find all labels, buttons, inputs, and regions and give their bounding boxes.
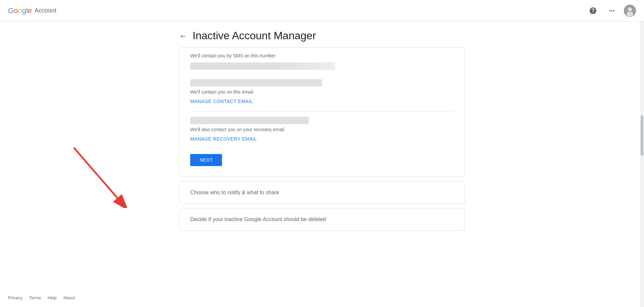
delete-section-header[interactable]: Decide if your inactive Google Account s… xyxy=(179,208,465,231)
footer-privacy-link[interactable]: Privacy xyxy=(8,295,22,300)
recovery-email-block: We'll also contact you on your recovery … xyxy=(190,117,454,142)
app-header: Google Account xyxy=(0,0,644,21)
back-button[interactable]: ← xyxy=(179,31,187,41)
header-left: Google Account xyxy=(8,6,56,15)
page-title: Inactive Account Manager xyxy=(193,30,316,42)
delete-section-label: Decide if your inactive Google Account s… xyxy=(190,216,326,222)
red-arrow-svg xyxy=(54,141,134,208)
phone-blurred xyxy=(190,62,335,70)
footer-about-link[interactable]: About xyxy=(63,295,75,300)
manage-recovery-email-link[interactable]: MANAGE RECOVERY EMAIL xyxy=(190,136,257,142)
footer-help-link[interactable]: Help xyxy=(48,295,57,300)
scrollbar-track[interactable] xyxy=(640,21,644,307)
logo-letter-g: g xyxy=(22,6,26,15)
recovery-email-label: We'll also contact you on your recovery … xyxy=(190,127,454,132)
footer: Privacy Terms Help About xyxy=(0,289,83,307)
page-title-bar: ← Inactive Account Manager xyxy=(179,21,465,47)
svg-line-4 xyxy=(74,148,117,198)
apps-button[interactable] xyxy=(605,4,619,17)
scrollbar-thumb[interactable] xyxy=(641,115,643,156)
main-content: ← Inactive Account Manager We'll contact… xyxy=(171,21,473,231)
contact-email-label: We'll contact you on this email xyxy=(190,89,454,95)
app-name: Account xyxy=(35,7,56,14)
next-button[interactable]: NEXT xyxy=(190,154,222,166)
contact-section-body: We'll contact you on this email MANAGE C… xyxy=(179,76,465,177)
manage-contact-email-link[interactable]: MANAGE CONTACT EMAIL xyxy=(190,99,253,104)
notify-section-header[interactable]: Choose who to notify & what to share xyxy=(179,182,465,204)
logo-letter-G: G xyxy=(8,6,14,15)
notify-section-card: Choose who to notify & what to share xyxy=(179,181,465,204)
notify-section-label: Choose who to notify & what to share xyxy=(190,190,279,196)
logo-letter-o2: o xyxy=(18,6,22,15)
svg-point-2 xyxy=(627,12,633,16)
contact-email-block: We'll contact you on this email MANAGE C… xyxy=(190,79,454,104)
svg-point-1 xyxy=(628,7,632,11)
logo-letter-o1: o xyxy=(14,6,18,15)
contact-section-card: We'll contact you by SMS on this number … xyxy=(179,47,465,177)
arrow-annotation xyxy=(54,141,134,209)
recovery-email-blurred xyxy=(190,117,309,124)
divider-1 xyxy=(190,111,454,111)
footer-terms-link[interactable]: Terms xyxy=(29,295,41,300)
avatar[interactable] xyxy=(624,5,636,17)
header-right xyxy=(586,4,636,17)
top-partial-content: We'll contact you by SMS on this number xyxy=(179,48,465,70)
delete-section-card: Decide if your inactive Google Account s… xyxy=(179,208,465,231)
help-button[interactable] xyxy=(586,4,600,17)
sms-label: We'll contact you by SMS on this number xyxy=(190,53,454,58)
email-blurred xyxy=(190,79,322,87)
logo-letter-e: e xyxy=(28,6,32,15)
google-logo: Google xyxy=(8,6,32,15)
